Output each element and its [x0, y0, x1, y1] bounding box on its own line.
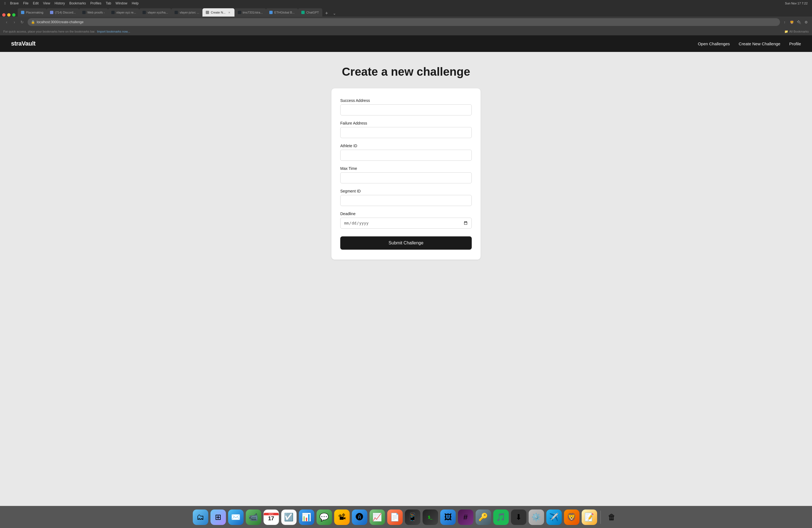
tab-tms7331[interactable]: tms7331/stra...	[234, 8, 266, 17]
dock-keynote[interactable]: 📽	[334, 510, 350, 525]
failure-address-group: Failure Address	[340, 121, 472, 138]
menu-help[interactable]: Help	[132, 1, 139, 5]
dock-divider	[600, 511, 601, 524]
dock-trash[interactable]: 🗑	[604, 510, 620, 525]
tab-label-2: (714) Discord...	[55, 11, 76, 14]
tab-vlayer-src[interactable]: vlayer-js/src ...	[171, 8, 202, 17]
close-window-button[interactable]	[2, 13, 5, 17]
traffic-lights	[2, 13, 15, 17]
address-bar[interactable]: 🔒 localhost:3000/create-challenge	[28, 18, 780, 26]
minimize-window-button[interactable]	[7, 13, 11, 17]
deadline-label: Deadline	[340, 211, 472, 216]
settings-icon[interactable]: ⚙	[804, 19, 809, 25]
menu-bookmarks[interactable]: Bookmarks	[69, 1, 86, 5]
tab-label-8: tms7331/stra...	[243, 11, 263, 14]
tab-placemaking[interactable]: Placemaking	[18, 8, 47, 17]
brave-shield-icon[interactable]: 🦁	[789, 19, 794, 25]
segment-id-input[interactable]	[340, 195, 472, 206]
lock-icon: 🔒	[31, 20, 35, 24]
tab-label-1: Placemaking	[26, 11, 43, 14]
success-address-input[interactable]	[340, 104, 472, 115]
athlete-id-input[interactable]	[340, 150, 472, 161]
menu-profiles[interactable]: Profiles	[90, 1, 101, 5]
dock-notes[interactable]: 📝	[582, 510, 597, 525]
deadline-input[interactable]	[340, 218, 472, 229]
new-tab-button[interactable]: +	[323, 10, 330, 17]
tab-discord[interactable]: (714) Discord...	[47, 8, 79, 17]
tab-webproofs[interactable]: Web proofs -	[79, 8, 108, 17]
bookmarks-bar-text: For quick access, place your bookmarks h…	[3, 30, 95, 33]
bookmarks-bar: For quick access, place your bookmarks h…	[0, 28, 812, 35]
tab-list-button[interactable]: ⌄	[331, 10, 338, 17]
dock-pages[interactable]: 📄	[387, 510, 403, 525]
dock-messages[interactable]: 💬	[317, 510, 332, 525]
success-address-label: Success Address	[340, 98, 472, 103]
tab-favicon-9	[269, 11, 273, 14]
nav-profile[interactable]: Profile	[789, 41, 801, 46]
dock-appstore[interactable]: 🅐	[352, 510, 367, 525]
tab-label-10: ChatGPT	[306, 11, 319, 14]
tab-favicon-8	[238, 11, 241, 14]
dock-finder[interactable]: 🗂	[193, 510, 208, 525]
tab-create-challenge[interactable]: Create N... ✕	[202, 8, 234, 17]
max-time-input[interactable]	[340, 172, 472, 184]
dock-facetime[interactable]: 📹	[246, 510, 261, 525]
submit-challenge-button[interactable]: Submit Challenge	[340, 236, 472, 250]
dock-settings[interactable]: ⚙️	[528, 510, 544, 525]
tab-label-9: ETHGlobal B...	[274, 11, 294, 14]
success-address-group: Success Address	[340, 98, 472, 115]
dock-reminders[interactable]: ☑️	[281, 510, 296, 525]
dock-preview[interactable]: 🖼	[440, 510, 456, 525]
forward-button[interactable]: ›	[11, 19, 18, 25]
tab-label-7: Create N...	[211, 11, 226, 14]
share-icon[interactable]: ↑	[782, 19, 787, 25]
dock-terminal[interactable]: $_	[423, 510, 438, 525]
dock-calendar[interactable]: NOV17	[263, 510, 279, 525]
reload-button[interactable]: ↻	[19, 19, 25, 25]
tab-chatgpt[interactable]: ChatGPT	[298, 8, 322, 17]
dock-numbers[interactable]: 📈	[369, 510, 385, 525]
menu-edit[interactable]: Edit	[33, 1, 39, 5]
dock-downie[interactable]: ⬇	[511, 510, 526, 525]
system-time: Sun Nov 17 7:22	[785, 2, 808, 5]
menu-brave[interactable]: Brave	[10, 1, 18, 5]
nav-open-challenges[interactable]: Open Challenges	[698, 41, 730, 46]
tab-favicon-10	[301, 11, 305, 14]
dock-mail[interactable]: ✉️	[228, 510, 244, 525]
dock-telegram[interactable]: ✈️	[546, 510, 562, 525]
extensions-icon[interactable]: 🔌	[797, 19, 801, 25]
app-logo: straVault	[11, 40, 35, 47]
back-button[interactable]: ‹	[3, 19, 10, 25]
dock-brave[interactable]: 🦁	[564, 510, 579, 525]
import-bookmarks-link[interactable]: Import bookmarks now...	[97, 30, 130, 33]
tab-favicon-7	[206, 11, 209, 14]
maximize-window-button[interactable]	[12, 13, 15, 17]
menu-window[interactable]: Window	[115, 1, 127, 5]
all-bookmarks[interactable]: 📁 All Bookmarks	[784, 30, 809, 33]
tab-vlayer-re[interactable]: vlayer-xyz re...	[108, 8, 140, 17]
deadline-group: Deadline	[340, 211, 472, 229]
dock-iphone-mirroring[interactable]: 📱	[405, 510, 420, 525]
tab-vlayer-ha[interactable]: vlayer-xyz/ha...	[139, 8, 171, 17]
tab-favicon-5	[143, 11, 146, 14]
segment-id-label: Segment ID	[340, 189, 472, 193]
tab-close-button[interactable]: ✕	[227, 11, 231, 14]
tab-ethglobal[interactable]: ETHGlobal B...	[266, 8, 298, 17]
url-display: localhost:3000/create-challenge	[37, 20, 777, 24]
nav-create-new-challenge[interactable]: Create New Challenge	[739, 41, 781, 46]
max-time-group: Max Time	[340, 166, 472, 184]
dock-keychain[interactable]: 🔑	[476, 510, 491, 525]
menu-view[interactable]: View	[43, 1, 50, 5]
failure-address-input[interactable]	[340, 127, 472, 138]
menu-tab[interactable]: Tab	[106, 1, 111, 5]
app-nav-links: Open Challenges Create New Challenge Pro…	[698, 41, 801, 46]
tab-label-6: vlayer-js/src ...	[179, 11, 199, 14]
menu-file[interactable]: File	[23, 1, 28, 5]
dock-navi[interactable]: 📊	[299, 510, 314, 525]
nav-buttons: ‹ › ↻	[3, 19, 25, 25]
dock-launchpad[interactable]: ⊞	[211, 510, 226, 525]
dock-slack[interactable]: #	[458, 510, 474, 525]
dock-spotify[interactable]: 🎵	[493, 510, 509, 525]
menu-history[interactable]: History	[55, 1, 65, 5]
menu-apple[interactable]: 	[4, 1, 5, 5]
